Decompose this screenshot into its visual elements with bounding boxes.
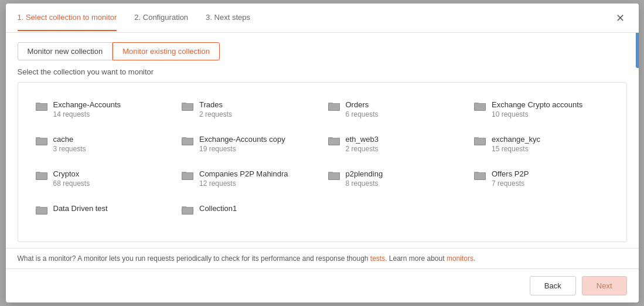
- collection-item[interactable]: Offers P2P 7 requests: [468, 161, 615, 196]
- collection-item[interactable]: Trades 2 requests: [176, 92, 322, 127]
- next-button[interactable]: Next: [582, 276, 627, 295]
- item-info: Cryptox 68 requests: [53, 169, 90, 188]
- collection-item[interactable]: Data Driven test: [30, 196, 176, 223]
- svg-rect-34: [328, 138, 340, 138]
- collection-grid: Exchange-Accounts 14 requests Trades 2 r…: [18, 83, 626, 242]
- folder-icon: [36, 136, 47, 145]
- svg-rect-29: [182, 138, 193, 138]
- item-info: p2plending 8 requests: [346, 169, 383, 188]
- svg-rect-63: [36, 208, 47, 214]
- item-count: 7 requests: [492, 179, 529, 188]
- svg-rect-43: [36, 173, 47, 179]
- svg-rect-13: [329, 104, 339, 110]
- collection-item[interactable]: exchange_kyc 15 requests: [468, 127, 615, 161]
- svg-rect-14: [328, 103, 340, 104]
- modal-body: Monitor new collection Monitor existing …: [6, 33, 639, 268]
- folder-icon: [474, 136, 486, 145]
- back-button[interactable]: Back: [530, 276, 576, 295]
- svg-rect-18: [475, 104, 485, 110]
- item-count: 14 requests: [53, 110, 121, 118]
- item-info: Exchange Crypto accounts 10 requests: [492, 100, 582, 118]
- folder-icon: [182, 171, 193, 180]
- step-tab-1[interactable]: 1. Select collection to monitor: [18, 5, 117, 31]
- item-info: Offers P2P 7 requests: [492, 169, 529, 188]
- folder-icon: [328, 171, 340, 180]
- item-count: 19 requests: [199, 145, 285, 153]
- item-info: eth_web3 2 requests: [346, 135, 379, 153]
- tests-link[interactable]: tests: [370, 254, 385, 263]
- close-button[interactable]: ✕: [614, 11, 627, 26]
- modal-footer: Back Next: [6, 268, 639, 302]
- collection-item[interactable]: Cryptox 68 requests: [30, 161, 176, 196]
- svg-rect-38: [475, 138, 485, 145]
- collection-item[interactable]: Exchange-Accounts 14 requests: [30, 92, 176, 127]
- svg-rect-64: [36, 207, 47, 208]
- item-info: Exchange-Accounts 14 requests: [53, 100, 121, 118]
- collection-item[interactable]: Exchange-Accounts copy 19 requests: [176, 127, 322, 161]
- item-name: exchange_kyc: [492, 135, 540, 144]
- item-name: Exchange Crypto accounts: [492, 100, 582, 109]
- folder-icon: [182, 205, 193, 215]
- select-label: Select the collection you want to monito…: [6, 67, 639, 82]
- monitor-existing-tab[interactable]: Monitor existing collection: [113, 42, 220, 60]
- svg-rect-58: [475, 173, 485, 179]
- item-name: Exchange-Accounts copy: [199, 135, 285, 144]
- collection-item[interactable]: cache 3 requests: [30, 127, 176, 161]
- folder-icon: [182, 101, 193, 111]
- item-count: 10 requests: [492, 110, 582, 118]
- monitors-link[interactable]: monitors: [447, 254, 473, 263]
- svg-rect-39: [474, 138, 486, 138]
- collection-item[interactable]: Exchange Crypto accounts 10 requests: [468, 92, 615, 127]
- svg-rect-48: [182, 173, 193, 179]
- modal-header: 1. Select collection to monitor 2. Confi…: [6, 4, 639, 33]
- item-info: Exchange-Accounts copy 19 requests: [199, 135, 285, 153]
- item-name: cache: [53, 135, 86, 144]
- item-name: Collection1: [199, 204, 237, 213]
- folder-icon: [36, 171, 47, 180]
- collection-item[interactable]: Orders 6 requests: [322, 92, 469, 127]
- item-name: Offers P2P: [492, 169, 529, 178]
- step-tab-3[interactable]: 3. Next steps: [206, 5, 250, 31]
- svg-rect-49: [182, 172, 193, 173]
- item-count: 68 requests: [53, 179, 90, 188]
- collection-item[interactable]: p2plending 8 requests: [322, 161, 469, 196]
- collection-tabs: Monitor new collection Monitor existing …: [6, 33, 639, 67]
- item-info: exchange_kyc 15 requests: [492, 135, 540, 153]
- svg-rect-54: [328, 172, 340, 173]
- item-count: 8 requests: [346, 179, 383, 188]
- folder-icon: [328, 101, 340, 111]
- collection-item[interactable]: Collection1: [176, 196, 322, 223]
- item-count: 12 requests: [199, 179, 288, 188]
- folder-icon: [474, 101, 486, 111]
- edge-bar: [636, 33, 639, 68]
- item-name: Orders: [346, 100, 379, 109]
- item-count: 6 requests: [346, 110, 379, 118]
- item-info: Trades 2 requests: [199, 100, 232, 118]
- item-name: p2plending: [346, 169, 383, 178]
- folder-icon: [36, 101, 47, 111]
- item-info: Orders 6 requests: [346, 100, 379, 118]
- item-info: Companies P2P Mahindra 12 requests: [199, 169, 288, 188]
- svg-rect-23: [36, 138, 47, 145]
- modal-overlay: 1. Select collection to monitor 2. Confi…: [0, 0, 644, 306]
- svg-rect-19: [474, 103, 486, 104]
- item-count: 2 requests: [346, 145, 379, 153]
- collection-item[interactable]: eth_web3 2 requests: [322, 127, 469, 161]
- footer-text: What is a monitor? A monitor lets you ru…: [6, 248, 639, 268]
- step-tab-2[interactable]: 2. Configuration: [134, 5, 188, 31]
- collection-item[interactable]: Companies P2P Mahindra 12 requests: [176, 161, 322, 196]
- monitor-new-tab[interactable]: Monitor new collection: [18, 42, 113, 60]
- item-info: Data Driven test: [53, 204, 108, 213]
- item-count: 15 requests: [492, 145, 540, 153]
- folder-icon: [36, 205, 47, 215]
- item-name: Cryptox: [53, 169, 90, 178]
- item-count: 3 requests: [53, 145, 86, 153]
- folder-icon: [328, 136, 340, 145]
- svg-rect-33: [329, 138, 339, 145]
- item-name: Trades: [199, 100, 232, 109]
- folder-icon: [474, 171, 486, 180]
- modal: 1. Select collection to monitor 2. Confi…: [6, 4, 639, 302]
- item-info: cache 3 requests: [53, 135, 86, 153]
- svg-rect-68: [182, 208, 193, 214]
- collection-list-container: Exchange-Accounts 14 requests Trades 2 r…: [18, 82, 627, 242]
